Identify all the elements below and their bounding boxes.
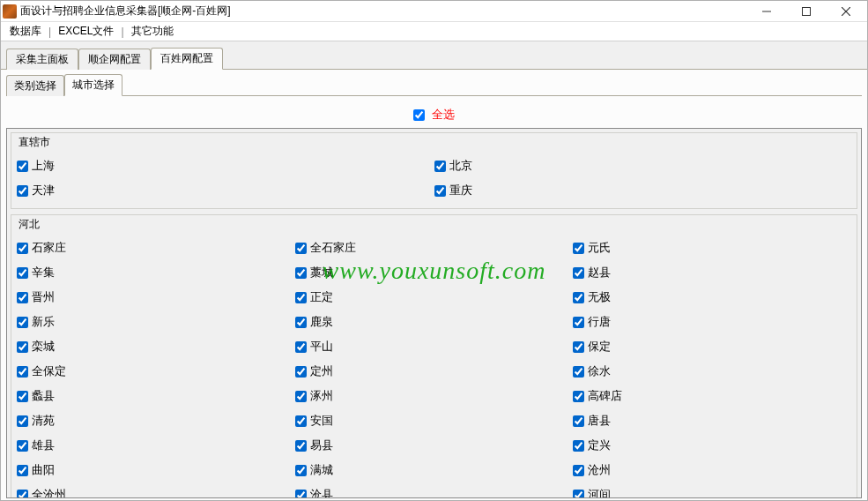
city-item[interactable]: 蠡县 xyxy=(17,384,295,408)
city-item[interactable]: 定州 xyxy=(295,359,574,384)
city-item[interactable]: 涿州 xyxy=(295,384,574,408)
city-scroll-area[interactable]: 直辖市上海北京天津重庆河北石家庄全石家庄元氏辛集藁城赵县晋州正定无极新乐鹿泉行唐… xyxy=(6,128,862,498)
main-tab-0[interactable]: 采集主面板 xyxy=(6,49,78,70)
city-checkbox[interactable] xyxy=(573,391,584,402)
city-checkbox[interactable] xyxy=(17,415,28,427)
city-label: 徐水 xyxy=(588,363,611,379)
city-label: 赵县 xyxy=(588,265,611,280)
city-label: 满城 xyxy=(310,462,333,478)
city-checkbox[interactable] xyxy=(17,243,28,254)
city-item[interactable]: 鹿泉 xyxy=(295,310,574,334)
main-tab-2[interactable]: 百姓网配置 xyxy=(151,48,223,70)
city-checkbox[interactable] xyxy=(295,317,307,328)
city-label: 保定 xyxy=(588,339,611,355)
city-item[interactable]: 新乐 xyxy=(17,310,295,334)
city-item[interactable]: 定兴 xyxy=(573,433,851,458)
city-checkbox[interactable] xyxy=(573,490,584,499)
city-item[interactable]: 徐水 xyxy=(573,359,851,384)
city-checkbox[interactable] xyxy=(573,243,584,254)
city-item[interactable]: 全保定 xyxy=(17,359,295,384)
city-checkbox[interactable] xyxy=(17,292,28,303)
menu-excel[interactable]: EXCEL文件 xyxy=(53,22,119,41)
city-item[interactable]: 沧县 xyxy=(295,482,574,498)
city-checkbox[interactable] xyxy=(17,465,28,476)
city-checkbox[interactable] xyxy=(295,440,307,452)
city-checkbox[interactable] xyxy=(573,341,584,353)
city-item[interactable]: 唐县 xyxy=(573,408,851,433)
menu-database[interactable]: 数据库 xyxy=(4,22,47,41)
city-checkbox[interactable] xyxy=(573,440,584,452)
select-all-label[interactable]: 全选 xyxy=(432,108,455,121)
city-checkbox[interactable] xyxy=(434,185,446,197)
city-item[interactable]: 无极 xyxy=(573,285,851,310)
city-item[interactable]: 清苑 xyxy=(17,408,295,433)
city-checkbox[interactable] xyxy=(573,415,584,427)
city-checkbox[interactable] xyxy=(295,267,307,279)
main-tab-row: 采集主面板顺企网配置百姓网配置 xyxy=(1,41,867,70)
main-tab-1[interactable]: 顺企网配置 xyxy=(78,49,151,70)
city-item[interactable]: 元氏 xyxy=(573,236,851,260)
city-item[interactable]: 正定 xyxy=(295,285,574,310)
city-checkbox[interactable] xyxy=(573,267,584,279)
city-checkbox[interactable] xyxy=(295,243,307,254)
svg-rect-1 xyxy=(802,7,810,15)
city-item[interactable]: 平山 xyxy=(295,334,574,359)
city-label: 元氏 xyxy=(588,240,611,256)
city-item[interactable]: 雄县 xyxy=(17,433,295,458)
city-checkbox[interactable] xyxy=(17,185,28,197)
city-checkbox[interactable] xyxy=(573,465,584,476)
city-label: 定兴 xyxy=(588,437,611,453)
city-checkbox[interactable] xyxy=(17,366,28,378)
city-checkbox[interactable] xyxy=(573,292,584,303)
minimize-button[interactable] xyxy=(746,2,786,21)
tab-content: 类别选择城市选择 全选 直辖市上海北京天津重庆河北石家庄全石家庄元氏辛集藁城赵县… xyxy=(1,70,867,501)
city-item[interactable]: 天津 xyxy=(17,178,434,203)
city-checkbox[interactable] xyxy=(295,391,307,402)
city-item[interactable]: 全石家庄 xyxy=(295,236,574,260)
city-item[interactable]: 全沧州 xyxy=(17,482,295,498)
city-item[interactable]: 满城 xyxy=(295,458,574,482)
city-checkbox[interactable] xyxy=(295,490,307,499)
city-item[interactable]: 重庆 xyxy=(434,178,852,203)
select-all-checkbox[interactable] xyxy=(413,109,425,121)
city-checkbox[interactable] xyxy=(17,490,28,499)
city-item[interactable]: 藁城 xyxy=(295,260,574,285)
city-checkbox[interactable] xyxy=(295,341,307,353)
city-checkbox[interactable] xyxy=(17,267,28,279)
city-item[interactable]: 上海 xyxy=(17,153,434,178)
city-item[interactable]: 行唐 xyxy=(573,310,851,334)
city-label: 全石家庄 xyxy=(310,240,356,256)
sub-tab-1[interactable]: 城市选择 xyxy=(64,74,122,96)
city-checkbox[interactable] xyxy=(573,317,584,328)
city-checkbox[interactable] xyxy=(295,415,307,427)
city-checkbox[interactable] xyxy=(573,366,584,378)
city-checkbox[interactable] xyxy=(295,465,307,476)
city-item[interactable]: 高碑店 xyxy=(573,384,851,408)
city-checkbox[interactable] xyxy=(17,440,28,452)
city-checkbox[interactable] xyxy=(17,391,28,402)
city-item[interactable]: 保定 xyxy=(573,334,851,359)
city-checkbox[interactable] xyxy=(295,292,307,303)
city-checkbox[interactable] xyxy=(17,341,28,353)
city-checkbox[interactable] xyxy=(434,161,446,172)
city-item[interactable]: 赵县 xyxy=(573,260,851,285)
city-item[interactable]: 栾城 xyxy=(17,334,295,359)
close-button[interactable] xyxy=(826,2,865,21)
city-item[interactable]: 辛集 xyxy=(17,260,295,285)
city-checkbox[interactable] xyxy=(17,161,28,172)
sub-tab-row: 类别选择城市选择 xyxy=(6,73,862,96)
sub-tab-0[interactable]: 类别选择 xyxy=(6,75,64,96)
city-item[interactable]: 晋州 xyxy=(17,285,295,310)
city-item[interactable]: 河间 xyxy=(573,482,851,498)
maximize-button[interactable] xyxy=(786,2,826,21)
city-checkbox[interactable] xyxy=(17,317,28,328)
city-item[interactable]: 易县 xyxy=(295,433,574,458)
city-checkbox[interactable] xyxy=(295,366,307,378)
city-group: 河北石家庄全石家庄元氏辛集藁城赵县晋州正定无极新乐鹿泉行唐栾城平山保定全保定定州… xyxy=(11,214,857,498)
city-item[interactable]: 石家庄 xyxy=(17,236,295,260)
city-item[interactable]: 曲阳 xyxy=(17,458,295,482)
menu-other[interactable]: 其它功能 xyxy=(126,22,179,41)
city-item[interactable]: 安国 xyxy=(295,408,574,433)
city-item[interactable]: 沧州 xyxy=(573,458,851,482)
city-item[interactable]: 北京 xyxy=(434,153,852,178)
